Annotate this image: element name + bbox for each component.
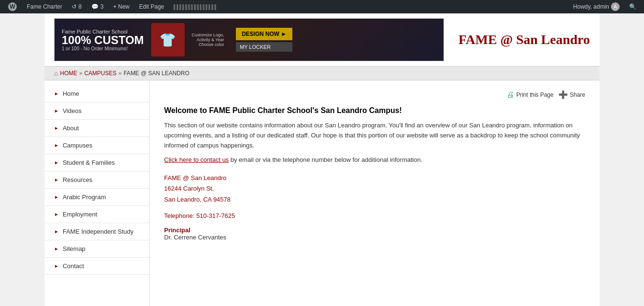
banner-custom-text: 100% CUSTOM — [62, 34, 144, 46]
sidebar-item-fame-independent-study[interactable]: ►FAME Independent Study — [44, 223, 149, 240]
sidebar-item-resources[interactable]: ►Resources — [44, 171, 149, 189]
main-layout: ►Home►Videos►About►Campuses►Student & Fa… — [44, 80, 600, 306]
content-actions: 🖨 Print this Page ➕ Share — [164, 90, 585, 99]
banner-text: Fame Public Charter School 100% CUSTOM 1… — [62, 29, 144, 51]
sidebar-item-contact[interactable]: ►Contact — [44, 258, 149, 275]
sidebar-item-about[interactable]: ►About — [44, 120, 149, 137]
page-heading: Welcome to FAME Public Charter School's … — [164, 106, 585, 115]
banner-ad: Fame Public Charter School 100% CUSTOM 1… — [54, 18, 444, 61]
address-line2: 16244 Carolyn St. — [164, 183, 585, 194]
banner: Fame Public Charter School 100% CUSTOM 1… — [44, 13, 600, 66]
print-icon: 🖨 — [507, 91, 514, 99]
sidebar-item-campuses[interactable]: ►Campuses — [44, 137, 149, 154]
mylocker-button[interactable]: MY LOCKER — [236, 42, 292, 52]
sidebar-arrow-2: ► — [54, 125, 59, 131]
sidebar-arrow-7: ► — [54, 212, 59, 217]
page-intro: This section of our website contains inf… — [164, 121, 585, 150]
share-button[interactable]: ➕ Share — [558, 90, 585, 99]
design-now-button[interactable]: DESIGN NOW ► — [236, 28, 292, 40]
principal-name: Dr. Cerrene Cervantes — [164, 234, 585, 241]
edit-page-button[interactable]: Edit Page — [135, 0, 168, 13]
sidebar-item-home[interactable]: ►Home — [44, 85, 149, 102]
sidebar-arrow-8: ► — [54, 229, 59, 234]
breadcrumb-campuses[interactable]: CAMPUSES — [84, 70, 116, 77]
sidebar-item-employment[interactable]: ►Employment — [44, 206, 149, 223]
sidebar: ►Home►Videos►About►Campuses►Student & Fa… — [44, 80, 150, 306]
address-line1: FAME @ San Leandro — [164, 173, 585, 183]
breadcrumb-home[interactable]: HOME — [60, 70, 77, 77]
sidebar-label-10: Contact — [63, 262, 84, 270]
banner-shirt-image: 👕 — [151, 23, 185, 57]
sidebar-arrow-9: ► — [54, 246, 59, 251]
sidebar-item-student-&-families[interactable]: ►Student & Families — [44, 154, 149, 171]
sidebar-label-4: Student & Families — [63, 159, 115, 166]
revisions-link[interactable]: ↺ 8 — [68, 0, 86, 13]
wp-logo[interactable]: W — [4, 0, 21, 13]
site-wrapper: Fame Public Charter School 100% CUSTOM 1… — [44, 13, 600, 306]
banner-buttons: DESIGN NOW ► MY LOCKER — [236, 28, 292, 52]
site-name-link[interactable]: Fame Charter — [23, 0, 66, 13]
breadcrumb-current: FAME @ SAN LEANDRO — [123, 70, 189, 77]
avatar: A — [611, 2, 620, 11]
breadcrumb: ⌂ HOME » CAMPUSES » FAME @ SAN LEANDRO — [44, 66, 600, 80]
sidebar-arrow-10: ► — [54, 263, 59, 269]
sidebar-item-sitemap[interactable]: ►Sitemap — [44, 240, 149, 258]
search-button[interactable]: 🔍 — [625, 0, 640, 13]
admin-bar-right: Howdy, admin A 🔍 — [569, 0, 640, 13]
sidebar-arrow-0: ► — [54, 91, 59, 96]
sidebar-label-7: Employment — [63, 211, 97, 218]
sidebar-arrow-5: ► — [54, 177, 59, 182]
sidebar-item-videos[interactable]: ►Videos — [44, 102, 149, 120]
phone-number: Telephone: 510-317-7625 — [164, 212, 585, 219]
sidebar-arrow-4: ► — [54, 160, 59, 165]
contact-link[interactable]: Click here to contact us — [164, 156, 229, 163]
svg-text:W: W — [10, 3, 15, 10]
new-button[interactable]: + New — [109, 0, 133, 13]
principal-label: Principal — [164, 227, 585, 234]
sidebar-label-9: Sitemap — [63, 245, 86, 252]
sidebar-label-1: Videos — [63, 107, 82, 114]
banner-design-block: Customize Logo,Activity & YearChoose col… — [192, 33, 224, 47]
share-icon: ➕ — [558, 90, 568, 99]
sidebar-arrow-6: ► — [54, 194, 59, 200]
sidebar-arrow-3: ► — [54, 143, 59, 148]
sidebar-arrow-1: ► — [54, 108, 59, 113]
main-content: 🖨 Print this Page ➕ Share Welcome to FAM… — [150, 80, 600, 306]
home-icon: ⌂ — [54, 69, 58, 77]
banner-customize-text: Customize Logo,Activity & YearChoose col… — [192, 33, 224, 47]
admin-bar: W Fame Charter ↺ 8 💬 3 + New Edit Page ▌… — [0, 0, 644, 13]
howdy-user[interactable]: Howdy, admin A — [569, 0, 623, 13]
print-button[interactable]: 🖨 Print this Page — [507, 91, 554, 99]
banner-sub-text: 1 or 100 - No Order Minimums! — [62, 46, 144, 51]
comments-link[interactable]: 💬 3 — [88, 0, 108, 13]
address-line3: San Leandro, CA 94578 — [164, 194, 585, 205]
contact-text: Click here to contact us by email or via… — [164, 156, 585, 163]
sidebar-label-5: Resources — [63, 176, 92, 183]
site-title: FAME @ San Leandro — [444, 32, 590, 47]
waveform-indicator: ▌▌▌▌▌▌▌▌▌▌▌▌▌▌▌ — [170, 0, 221, 13]
address-block: FAME @ San Leandro 16244 Carolyn St. San… — [164, 173, 585, 204]
search-icon: 🔍 — [629, 3, 636, 10]
sidebar-label-0: Home — [63, 90, 79, 97]
sidebar-label-6: Arabic Program — [63, 193, 106, 201]
sidebar-item-arabic-program[interactable]: ►Arabic Program — [44, 189, 149, 206]
sidebar-label-8: FAME Independent Study — [63, 228, 133, 235]
sidebar-label-2: About — [63, 125, 79, 132]
sidebar-label-3: Campuses — [63, 142, 92, 149]
